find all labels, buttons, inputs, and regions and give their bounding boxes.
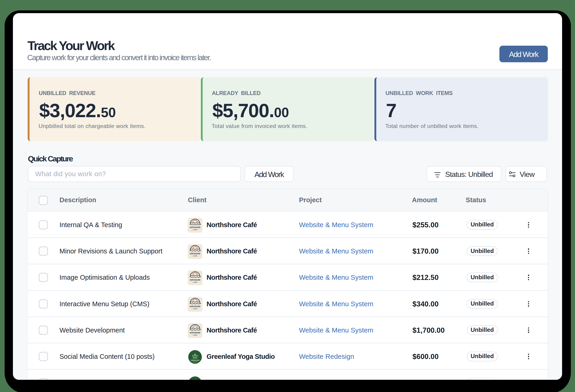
svg-text:GREENLEAF: GREENLEAF (191, 359, 199, 361)
svg-text:NORTHSHORE: NORTHSHORE (190, 252, 200, 255)
svg-text:— CAFÉ —: — CAFÉ — (192, 308, 198, 309)
svg-text:NORTHSHORE: NORTHSHORE (190, 279, 200, 281)
svg-text:— CAFÉ —: — CAFÉ — (192, 229, 198, 230)
svg-text:NORTHSHORE: NORTHSHORE (190, 305, 200, 307)
svg-text:NORTHSHORE: NORTHSHORE (190, 226, 200, 228)
svg-text:— CAFÉ —: — CAFÉ — (192, 334, 198, 336)
svg-text:— CAFÉ —: — CAFÉ — (192, 281, 198, 283)
svg-text:— CAFÉ —: — CAFÉ — (192, 255, 198, 257)
svg-text:NORTHSHORE: NORTHSHORE (190, 331, 200, 334)
svg-text:YOGA STUDIO: YOGA STUDIO (192, 362, 198, 363)
